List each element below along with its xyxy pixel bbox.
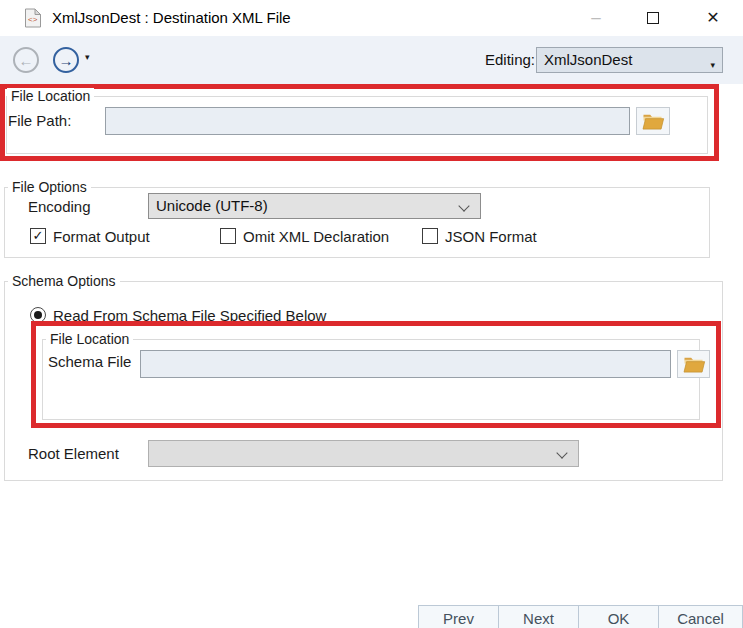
file-location-legend: File Location (7, 88, 94, 104)
maximize-icon (647, 12, 659, 24)
minimize-button[interactable]: – (575, 0, 617, 36)
xml-file-icon: <> (24, 8, 42, 28)
navigation-toolbar: ← → ▾ Editing: XmlJsonDest ▾ (0, 36, 743, 84)
format-output-label[interactable]: Format Output (53, 228, 150, 245)
checkbox-format-output[interactable]: ✓ (30, 228, 46, 244)
chevron-down-icon: ▾ (710, 53, 715, 77)
schema-options-legend: Schema Options (8, 273, 120, 289)
chevron-down-icon (556, 447, 567, 458)
back-button[interactable]: ← (13, 47, 39, 73)
root-element-dropdown[interactable] (148, 440, 579, 467)
ok-button[interactable]: OK (578, 605, 659, 628)
open-folder-icon (641, 112, 665, 131)
close-button[interactable]: ✕ (692, 0, 734, 36)
open-folder-icon (682, 355, 706, 374)
back-arrow-icon: ← (19, 52, 34, 69)
editing-object-dropdown[interactable]: XmlJsonDest ▾ (536, 47, 723, 73)
chevron-down-icon (458, 200, 469, 211)
file-options-legend: File Options (8, 179, 91, 195)
window-title: XmlJsonDest : Destination XML File (52, 0, 291, 36)
forward-button[interactable]: → (53, 47, 79, 73)
browse-file-path-button[interactable] (636, 107, 670, 135)
encoding-value: Unicode (UTF-8) (156, 197, 268, 214)
title-bar: <> XmlJsonDest : Destination XML File – … (0, 0, 743, 36)
browse-schema-file-button[interactable] (677, 350, 710, 378)
editing-object-value: XmlJsonDest (544, 51, 632, 68)
schema-file-input[interactable] (140, 350, 671, 378)
schema-file-label: Schema File (48, 353, 131, 370)
encoding-dropdown[interactable]: Unicode (UTF-8) (148, 193, 481, 219)
root-element-label: Root Element (28, 445, 119, 462)
forward-dropdown-caret-icon[interactable]: ▾ (85, 52, 90, 62)
next-button[interactable]: Next (498, 605, 579, 628)
checkbox-omit-xml-declaration[interactable] (220, 228, 236, 244)
file-path-label: File Path: (8, 112, 71, 129)
schema-file-location-legend: File Location (46, 331, 133, 347)
svg-text:<>: <> (28, 15, 38, 24)
cancel-button[interactable]: Cancel (658, 605, 743, 628)
forward-arrow-icon: → (59, 52, 74, 69)
prev-button[interactable]: Prev (418, 605, 499, 628)
json-format-label[interactable]: JSON Format (445, 228, 537, 245)
encoding-label: Encoding (28, 198, 91, 215)
file-path-input[interactable] (105, 107, 630, 135)
maximize-button[interactable] (632, 0, 674, 36)
omit-xml-declaration-label[interactable]: Omit XML Declaration (243, 228, 389, 245)
dialog-window: <> XmlJsonDest : Destination XML File – … (0, 0, 743, 628)
checkbox-json-format[interactable] (422, 228, 438, 244)
editing-label: Editing: (485, 36, 535, 84)
